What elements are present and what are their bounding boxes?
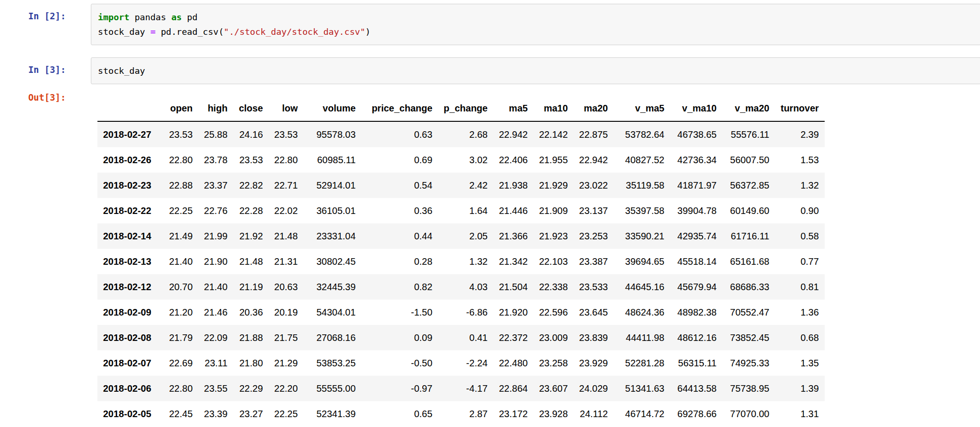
table-cell: 1.53 <box>775 147 824 173</box>
code-token-keyword: import <box>98 12 129 22</box>
table-cell: 21.90 <box>198 249 233 274</box>
table-cell: 21.29 <box>269 350 304 376</box>
table-cell: 55576.11 <box>722 121 775 147</box>
table-cell: 21.79 <box>157 325 198 350</box>
row-index: 2018-02-22 <box>97 198 157 223</box>
code-area-3[interactable]: stock_day <box>98 63 974 78</box>
table-cell: 21.909 <box>533 198 573 223</box>
row-index: 2018-02-26 <box>97 147 157 173</box>
column-header-ma5: ma5 <box>493 95 533 121</box>
table-cell: -2.24 <box>438 350 493 376</box>
dataframe-header: openhighcloselowvolumeprice_changep_chan… <box>97 95 825 121</box>
table-cell: -1.50 <box>361 300 438 325</box>
table-cell: 21.923 <box>533 223 573 249</box>
code-line: stock_day = pd.read_csv("./stock_day/sto… <box>98 24 974 39</box>
table-cell: 22.80 <box>157 376 198 401</box>
table-cell: 25.88 <box>198 121 233 147</box>
table-cell: 22.82 <box>233 173 268 198</box>
column-header-turnover: turnover <box>775 95 824 121</box>
table-cell: 70552.47 <box>722 300 775 325</box>
table-cell: 21.920 <box>493 300 533 325</box>
table-cell: 36105.01 <box>304 198 361 223</box>
column-header-high: high <box>198 95 233 121</box>
column-header-ma20: ma20 <box>573 95 613 121</box>
table-cell: 23.39 <box>198 401 233 427</box>
table-cell: 20.36 <box>233 300 268 325</box>
table-row: 2018-02-0722.6923.1121.8021.2953853.25-0… <box>97 350 825 376</box>
table-cell: 46738.65 <box>670 121 722 147</box>
table-cell: 60149.60 <box>722 198 775 223</box>
code-line: import pandas as pd <box>98 10 974 24</box>
table-cell: 0.28 <box>361 249 438 274</box>
table-cell: 33590.21 <box>613 223 670 249</box>
table-cell: 22.80 <box>157 147 198 173</box>
table-cell: 23.11 <box>198 350 233 376</box>
table-row: 2018-02-1220.7021.4021.1920.6332445.390.… <box>97 274 825 300</box>
table-cell: 22.25 <box>269 401 304 427</box>
table-cell: 23.009 <box>533 325 573 350</box>
table-cell: 0.44 <box>361 223 438 249</box>
row-index: 2018-02-23 <box>97 173 157 198</box>
table-cell: 22.372 <box>493 325 533 350</box>
table-cell: 21.31 <box>269 249 304 274</box>
column-header-price_change: price_change <box>361 95 438 121</box>
column-header-close: close <box>233 95 268 121</box>
table-cell: 22.864 <box>493 376 533 401</box>
table-cell: 22.76 <box>198 198 233 223</box>
table-cell: 23.533 <box>573 274 613 300</box>
row-index: 2018-02-13 <box>97 249 157 274</box>
table-cell: -6.86 <box>438 300 493 325</box>
table-cell: 30802.45 <box>304 249 361 274</box>
table-cell: 20.70 <box>157 274 198 300</box>
code-token-plain: pd.read_csv( <box>156 27 224 37</box>
table-cell: 23.53 <box>233 147 268 173</box>
table-cell: 21.19 <box>233 274 268 300</box>
dataframe-body: 2018-02-2723.5325.8824.1623.5395578.030.… <box>97 121 825 427</box>
table-cell: 21.504 <box>493 274 533 300</box>
table-cell: 22.596 <box>533 300 573 325</box>
table-cell: 23.839 <box>573 325 613 350</box>
table-cell: 2.39 <box>775 121 824 147</box>
table-cell: 24.029 <box>573 376 613 401</box>
table-cell: 21.48 <box>269 223 304 249</box>
table-cell: 52914.01 <box>304 173 361 198</box>
table-cell: 21.342 <box>493 249 533 274</box>
table-cell: 74925.33 <box>722 350 775 376</box>
table-cell: 23.387 <box>573 249 613 274</box>
table-cell: 23.929 <box>573 350 613 376</box>
table-cell: 23.172 <box>493 401 533 427</box>
code-line: stock_day <box>98 63 974 78</box>
code-token-plain: stock_day <box>98 66 145 76</box>
table-cell: 22.142 <box>533 121 573 147</box>
code-input-3[interactable]: stock_day <box>91 57 980 84</box>
table-cell: 0.68 <box>775 325 824 350</box>
table-cell: 77070.00 <box>722 401 775 427</box>
table-cell: 0.36 <box>361 198 438 223</box>
row-index: 2018-02-08 <box>97 325 157 350</box>
table-cell: -4.17 <box>438 376 493 401</box>
table-cell: 0.81 <box>775 274 824 300</box>
table-cell: 23.253 <box>573 223 613 249</box>
code-area-2[interactable]: import pandas as pdstock_day = pd.read_c… <box>98 10 974 39</box>
table-cell: 22.480 <box>493 350 533 376</box>
table-cell: 2.68 <box>438 121 493 147</box>
table-row: 2018-02-2322.8823.3722.8222.7152914.010.… <box>97 173 825 198</box>
column-header-v_ma5: v_ma5 <box>613 95 670 121</box>
table-cell: 22.875 <box>573 121 613 147</box>
table-cell: 75738.95 <box>722 376 775 401</box>
table-cell: 23.55 <box>198 376 233 401</box>
table-cell: 22.02 <box>269 198 304 223</box>
table-cell: 21.80 <box>233 350 268 376</box>
table-cell: 0.63 <box>361 121 438 147</box>
code-input-2[interactable]: import pandas as pdstock_day = pd.read_c… <box>91 4 980 45</box>
table-row: 2018-02-0522.4523.3923.2722.2552341.390.… <box>97 401 825 427</box>
table-cell: 20.19 <box>269 300 304 325</box>
table-cell: 23.53 <box>157 121 198 147</box>
table-cell: 51341.63 <box>613 376 670 401</box>
table-cell: 27068.16 <box>304 325 361 350</box>
row-index: 2018-02-07 <box>97 350 157 376</box>
table-cell: 45518.14 <box>670 249 722 274</box>
table-cell: 21.955 <box>533 147 573 173</box>
table-cell: 23.53 <box>269 121 304 147</box>
table-cell: 0.69 <box>361 147 438 173</box>
